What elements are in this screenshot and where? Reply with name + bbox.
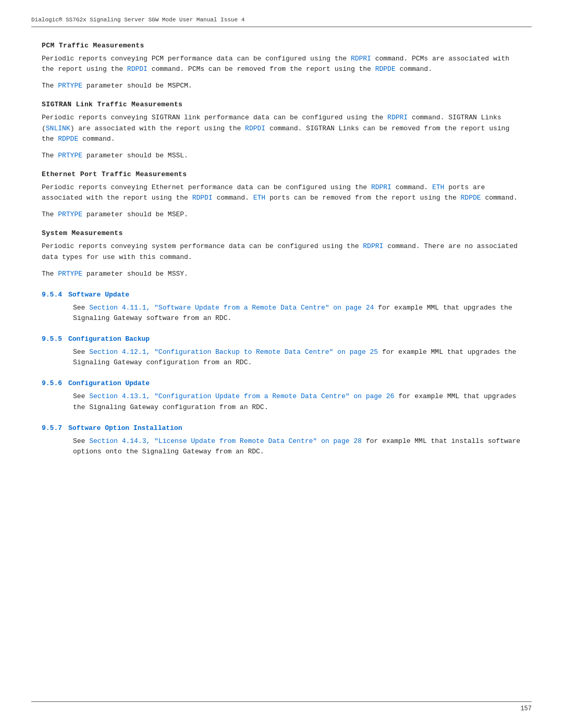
rdpde-link-1[interactable]: RDPDE [375,65,396,73]
rdpri-link-2[interactable]: RDPRI [387,114,408,121]
section-412-link[interactable]: Section 4.12.1, "Configuration Backup to… [89,348,378,356]
prtype-code-2: PRTYPE [58,152,82,159]
eth-link-1[interactable]: ETH [432,183,444,191]
rdpdi-link-1[interactable]: RDPDI [127,65,148,73]
rdpde-link-2[interactable]: RDPDE [58,135,78,143]
snlink-link[interactable]: SNLINK [46,125,70,132]
section-955-number: 9.5.5 [42,335,62,343]
sigtran-heading: SIGTRAN Link Traffic Measurements [42,101,521,108]
rdpdi-link-2[interactable]: RDPDI [245,125,265,132]
section-956-heading: 9.5.6Configuration Update [42,379,521,387]
section-957-para: See Section 4.14.3, "License Update from… [73,436,521,457]
section-414-link[interactable]: Section 4.14.3, "License Update from Rem… [89,437,362,445]
section-954-number: 9.5.4 [42,291,62,299]
ethernet-para1: Periodic reports conveying Ethernet perf… [42,182,521,203]
footer-page-number: 157 [520,705,532,712]
rdpdi-link-3[interactable]: RDPDI [192,194,213,202]
ethernet-para2: The PRTYPE parameter should be MSEP. [42,209,521,220]
content-area: PCM Traffic Measurements Periodic report… [31,42,532,457]
pcm-para1: Periodic reports conveying PCM performan… [42,54,521,75]
prtype-code-3: PRTYPE [58,211,82,218]
rdpri-link-1[interactable]: RDPRI [351,55,371,63]
pcm-heading: PCM Traffic Measurements [42,42,521,50]
section-956-para: See Section 4.13.1, "Configuration Updat… [73,391,521,412]
rdpri-link-4[interactable]: RDPRI [363,242,383,250]
header-text: Dialogic® SS7G2x Signaling Server SGW Mo… [31,17,244,23]
prtype-code-1: PRTYPE [58,82,82,90]
prtype-code-4: PRTYPE [58,270,82,278]
header-bar: Dialogic® SS7G2x Signaling Server SGW Mo… [31,16,532,27]
rdpde-link-3[interactable]: RDPDE [461,194,481,202]
sigtran-para2: The PRTYPE parameter should be MSSL. [42,151,521,161]
section-957-title: Software Option Installation [68,424,182,432]
system-para2: The PRTYPE parameter should be MSSY. [42,269,521,279]
ethernet-heading: Ethernet Port Traffic Measurements [42,170,521,178]
section-955-title: Configuration Backup [68,335,150,343]
section-956-number: 9.5.6 [42,379,62,387]
ethernet-section: Ethernet Port Traffic Measurements Perio… [42,170,521,220]
section-411-link[interactable]: Section 4.11.1, "Software Update from a … [89,304,374,312]
section-957-heading: 9.5.7Software Option Installation [42,424,521,432]
pcm-section: PCM Traffic Measurements Periodic report… [42,42,521,91]
rdpri-link-3[interactable]: RDPRI [371,183,391,191]
pcm-para2: The PRTYPE parameter should be MSPCM. [42,81,521,91]
section-956-title: Configuration Update [68,379,150,387]
system-heading: System Measurements [42,229,521,237]
sigtran-section: SIGTRAN Link Traffic Measurements Period… [42,101,521,161]
section-957-number: 9.5.7 [42,424,62,432]
section-955-para: See Section 4.12.1, "Configuration Backu… [73,347,521,368]
section-954-title: Software Update [68,291,129,299]
system-section: System Measurements Periodic reports con… [42,229,521,279]
section-954-para: See Section 4.11.1, "Software Update fro… [73,303,521,324]
section-413-link[interactable]: Section 4.13.1, "Configuration Update fr… [89,392,394,400]
section-954-heading: 9.5.4Software Update [42,291,521,299]
section-955-heading: 9.5.5Configuration Backup [42,335,521,343]
sigtran-para1: Periodic reports conveying SIGTRAN link … [42,113,521,144]
eth-link-2[interactable]: ETH [253,194,265,202]
page-container: Dialogic® SS7G2x Signaling Server SGW Mo… [0,0,563,728]
footer-bar: 157 [31,701,532,712]
system-para1: Periodic reports conveying system perfor… [42,241,521,262]
